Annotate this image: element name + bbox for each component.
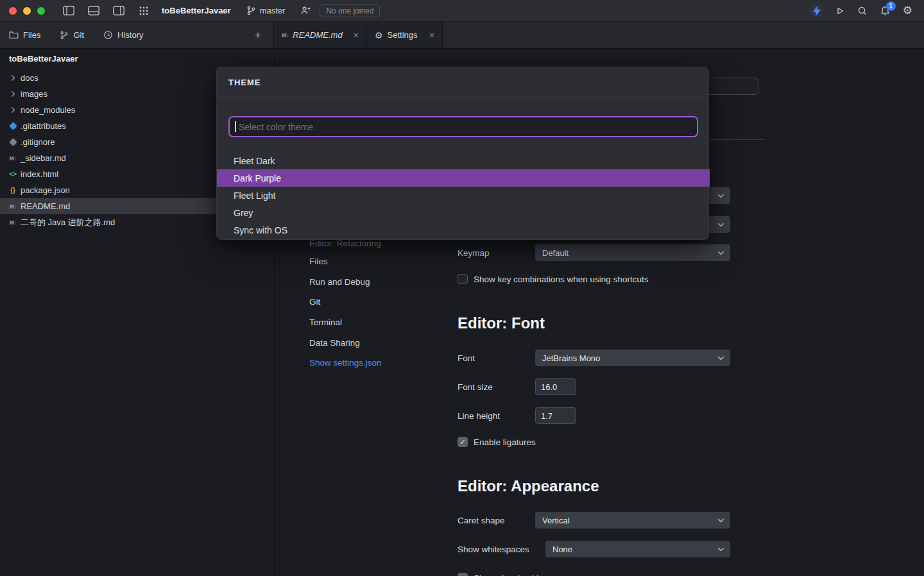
tree-item-label: 二哥的 Java 进阶之路.md xyxy=(21,217,115,228)
tree-item-label: README.md xyxy=(21,201,70,211)
tab-bar: Files Git History + M↓ README.md xyxy=(0,22,924,49)
text-caret xyxy=(235,121,236,132)
theme-option-sync-with-os[interactable]: Sync with OS xyxy=(217,221,710,239)
minimize-window-button[interactable] xyxy=(23,7,31,15)
git-branch-icon xyxy=(60,31,69,40)
caret-shape-label: Caret shape xyxy=(458,516,535,525)
check-icon: ✓ xyxy=(459,574,465,576)
project-root-label: toBeBetterJavaer xyxy=(9,54,78,64)
editor-appearance-heading: Editor: Appearance xyxy=(458,477,599,495)
zoom-window-button[interactable] xyxy=(37,7,45,15)
show-visual-guides-label: Show visual guides xyxy=(474,573,548,576)
keymap-value: Default xyxy=(542,248,569,258)
search-icon[interactable] xyxy=(857,6,868,16)
nav-git[interactable]: Git xyxy=(309,297,320,307)
markdown-icon: M↓ xyxy=(8,201,18,212)
chevron-down-icon xyxy=(717,518,724,523)
tree-item-label: _sidebar.md xyxy=(21,153,66,163)
show-visual-guides-checkbox[interactable]: ✓ xyxy=(458,573,468,576)
nav-files[interactable]: Files xyxy=(309,257,328,266)
add-tab-button[interactable]: + xyxy=(252,29,264,42)
tree-item-label: node_modules xyxy=(21,105,75,115)
traffic-lights xyxy=(9,7,45,15)
tree-item-label: package.json xyxy=(21,185,70,195)
font-label: Font xyxy=(458,353,535,363)
font-size-row: Font size xyxy=(458,378,576,395)
nav-data-sharing[interactable]: Data Sharing xyxy=(309,338,360,348)
toggle-right-panel-icon[interactable] xyxy=(113,6,124,15)
tab-history-label: History xyxy=(117,30,143,40)
line-height-label: Line height xyxy=(458,411,535,421)
html-file-icon: <> xyxy=(8,169,18,180)
git-branch-selector[interactable]: master xyxy=(246,6,286,15)
panel-tabs: Files Git History + xyxy=(0,22,274,48)
theme-search-wrap xyxy=(228,116,698,137)
notification-badge: 1 xyxy=(886,1,896,11)
nav-terminal[interactable]: Terminal xyxy=(309,318,342,327)
show-key-combinations-checkbox[interactable] xyxy=(458,274,468,284)
editor-font-heading: Editor: Font xyxy=(458,314,545,332)
enable-ligatures-checkbox[interactable]: ✓ xyxy=(458,437,468,447)
tree-item-label: .gitattributes xyxy=(21,121,66,131)
show-whitespaces-dropdown[interactable]: None xyxy=(545,541,730,557)
theme-option-grey[interactable]: Grey xyxy=(217,204,710,221)
theme-option-fleet-dark[interactable]: Fleet Dark xyxy=(217,152,710,169)
project-title: toBeBetterJavaer xyxy=(162,6,231,15)
git-file-icon xyxy=(8,137,18,148)
fleet-logo-icon[interactable] xyxy=(811,5,823,17)
window-titlebar: toBeBetterJavaer master No one joined xyxy=(0,0,924,22)
close-window-button[interactable] xyxy=(9,7,17,15)
key-combinations-row: Show key combinations when using shortcu… xyxy=(458,271,648,287)
tab-files[interactable]: Files xyxy=(9,30,40,40)
caret-shape-row: Caret shape Vertical xyxy=(458,512,730,529)
invite-collaborator-icon[interactable] xyxy=(300,6,311,15)
git-branch-icon xyxy=(246,6,256,15)
markdown-icon: M↓ xyxy=(8,153,18,164)
caret-shape-dropdown[interactable]: Vertical xyxy=(535,512,730,529)
ligatures-row: ✓ Enable ligatures xyxy=(458,434,536,450)
visual-guides-row: ✓ Show visual guides xyxy=(458,570,548,576)
theme-options-list: Fleet Dark Dark Purple Fleet Light Grey … xyxy=(217,152,710,239)
font-dropdown[interactable]: JetBrains Mono xyxy=(535,350,730,366)
chevron-right-icon xyxy=(8,73,18,83)
show-whitespaces-value: None xyxy=(552,545,572,554)
theme-search-input[interactable] xyxy=(228,116,698,137)
theme-popup-title: THEME xyxy=(217,67,708,98)
theme-option-fleet-light[interactable]: Fleet Light xyxy=(217,187,710,204)
tree-item-label: images xyxy=(21,89,47,99)
tab-history[interactable]: History xyxy=(103,30,143,40)
font-size-input[interactable] xyxy=(535,378,576,395)
font-size-label: Font size xyxy=(458,382,535,392)
nav-run-and-debug[interactable]: Run and Debug xyxy=(309,277,370,287)
json-file-icon: {} xyxy=(8,185,18,196)
chevron-down-icon xyxy=(717,251,724,255)
tree-item-label: index.html xyxy=(21,169,58,179)
tab-files-label: Files xyxy=(23,30,40,40)
nav-editor-refactoring[interactable]: Editor: Refactoring xyxy=(309,239,381,248)
markdown-icon: M↓ xyxy=(8,217,18,228)
tab-settings-label: Settings xyxy=(388,30,418,40)
line-height-input[interactable] xyxy=(535,407,576,424)
show-whitespaces-label: Show whitespaces xyxy=(458,545,545,554)
theme-option-dark-purple[interactable]: Dark Purple xyxy=(217,169,710,187)
keymap-dropdown[interactable]: Default xyxy=(535,244,730,261)
tab-readme[interactable]: M↓ README.md × xyxy=(274,22,367,48)
toggle-bottom-panel-icon[interactable] xyxy=(88,6,99,15)
toggle-left-panel-icon[interactable] xyxy=(63,6,74,15)
settings-gear-icon[interactable]: ⚙ xyxy=(903,5,912,16)
line-height-row: Line height xyxy=(458,407,576,424)
close-tab-icon[interactable]: × xyxy=(354,30,359,40)
tree-item-label: docs xyxy=(21,73,38,83)
show-settings-json-link[interactable]: Show settings.json xyxy=(309,358,382,368)
collaboration-status-pill: No one joined xyxy=(320,4,380,17)
git-file-icon xyxy=(8,121,18,131)
workspace-grid-icon[interactable] xyxy=(139,6,149,16)
tab-git[interactable]: Git xyxy=(60,30,84,40)
caret-shape-value: Vertical xyxy=(542,516,570,525)
tab-settings[interactable]: ⚙ Settings × xyxy=(367,22,443,48)
run-icon[interactable] xyxy=(835,6,845,16)
notifications-bell-icon[interactable]: 1 xyxy=(880,6,891,16)
check-icon: ✓ xyxy=(459,438,465,446)
close-tab-icon[interactable]: × xyxy=(429,30,434,40)
show-key-combinations-label: Show key combinations when using shortcu… xyxy=(474,275,648,284)
